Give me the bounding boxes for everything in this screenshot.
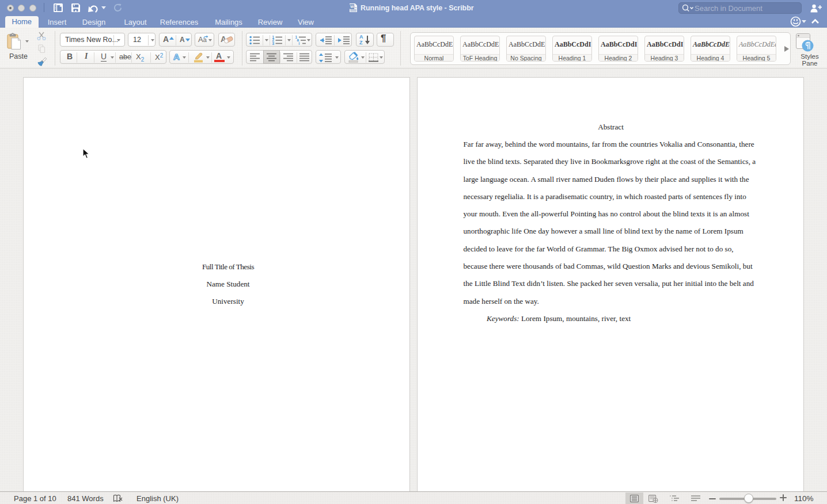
svg-text:W: W — [350, 5, 354, 9]
svg-text:3: 3 — [272, 41, 275, 44]
svg-text:i: i — [298, 41, 299, 44]
